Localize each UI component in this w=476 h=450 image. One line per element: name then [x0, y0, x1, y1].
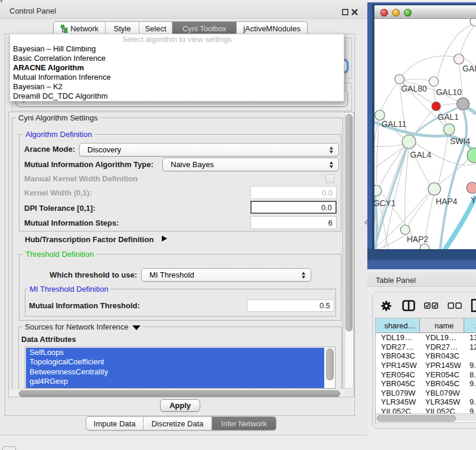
network-node-hap2[interactable] — [400, 225, 410, 234]
mi-steps-value: 6 — [328, 219, 332, 227]
network-node[interactable] — [457, 98, 470, 110]
hide-all-columns-button[interactable] — [448, 302, 462, 309]
popup-item[interactable]: Bayesian – K2 — [10, 82, 344, 92]
which-threshold-value: MI Threshold — [142, 270, 194, 279]
table-column-header[interactable]: name — [420, 318, 464, 332]
gear-icon — [381, 301, 392, 311]
network-node-gal1[interactable] — [432, 102, 441, 111]
float-window-button[interactable] — [341, 8, 349, 16]
tab-jactivemnodules[interactable]: jActiveMNodules — [237, 22, 307, 35]
table-column-header[interactable]: shared… — [376, 318, 420, 332]
sources-group-title[interactable]: Sources for Network Inference — [22, 322, 143, 331]
tab-style[interactable]: Style — [106, 22, 139, 35]
table-row[interactable]: YPR145WYPR145W9. — [376, 361, 476, 370]
table-row[interactable]: YLR345WYLR345W9. — [376, 397, 476, 407]
tab-label: Select — [145, 24, 166, 33]
settings-vertical-scrollbar-track[interactable] — [344, 112, 354, 389]
attributes-list-scrollbar[interactable] — [326, 348, 334, 380]
settings-vertical-scrollbar-thumb[interactable] — [345, 114, 353, 331]
window-zoom-icon[interactable] — [404, 9, 412, 17]
table-cell: 9. — [464, 379, 476, 388]
network-node-y[interactable] — [467, 182, 476, 194]
mi-type-combobox[interactable]: Naive Bayes — [162, 158, 339, 171]
which-threshold-combobox[interactable]: MI Threshold — [141, 268, 311, 282]
network-node-gal2[interactable] — [454, 54, 464, 64]
mi-type-value: Naive Bayes — [163, 160, 214, 169]
network-view-canvas[interactable]: GAL2GAL80GAL10GAL1GAL11SWI4GAL4GCY1HAP4Y… — [374, 19, 476, 249]
hub-section-label[interactable]: Hub/Transcription Factor Definition — [25, 235, 154, 244]
network-edge[interactable] — [376, 120, 379, 185]
tab-network[interactable]: Network — [54, 22, 106, 35]
network-node-hap4[interactable] — [428, 183, 441, 195]
network-node-swi4[interactable] — [444, 124, 455, 135]
network-edge[interactable] — [404, 79, 429, 81]
network-edge[interactable] — [374, 145, 402, 146]
network-edge[interactable] — [400, 56, 457, 77]
network-window-titlebar[interactable] — [374, 5, 476, 19]
table-horizontal-scrollbar-thumb[interactable] — [377, 415, 456, 422]
tab-select[interactable]: Select — [139, 22, 172, 35]
network-edge[interactable] — [408, 194, 431, 226]
table-row[interactable]: YBL079WYBL079W — [376, 389, 476, 398]
aracne-mode-combobox[interactable]: Discovery — [79, 143, 339, 156]
table-cell: YBR043C — [376, 351, 420, 360]
network-node[interactable] — [420, 244, 429, 249]
tab-impute-data[interactable]: Impute Data — [86, 417, 144, 430]
popup-placeholder-item[interactable]: Select algorithm to view settings — [10, 34, 344, 44]
popup-item[interactable]: Dream8 DC_TDC Algorithm — [10, 92, 344, 101]
network-node-gal11[interactable] — [375, 110, 385, 120]
popup-item[interactable]: Bayesian – Hill Climbing — [10, 44, 344, 54]
mi-steps-field[interactable]: 6 — [250, 216, 337, 229]
network-edge[interactable] — [377, 234, 406, 249]
network-node-gal10[interactable] — [429, 77, 439, 86]
tab-infer-network[interactable]: Infer Network — [212, 417, 276, 430]
table-row[interactable]: YDR27…YDR27…12 — [376, 343, 476, 352]
window-minimize-icon[interactable] — [392, 9, 400, 17]
show-all-columns-button[interactable] — [424, 302, 438, 309]
network-node-gal80[interactable] — [395, 74, 405, 84]
table-row[interactable]: YER054CYER054C8. — [376, 370, 476, 379]
table-row[interactable]: YDL19…YDL19…13 — [376, 333, 476, 343]
kernel-width-field[interactable]: 0.0 — [250, 186, 337, 199]
popup-item[interactable]: Basic Correlation Inference — [10, 54, 344, 63]
attribute-list-item[interactable]: SelfLoops — [26, 348, 324, 357]
apply-button-label: Apply — [169, 401, 191, 410]
table-horizontal-scrollbar-track[interactable] — [376, 413, 476, 421]
network-edge[interactable] — [433, 86, 435, 102]
tab-label: Infer Network — [221, 419, 266, 428]
close-panel-button[interactable] — [351, 8, 358, 16]
attribute-list-item[interactable]: BetweennessCentrality — [26, 367, 324, 377]
manual-kernel-checkbox[interactable] — [325, 174, 334, 183]
cropped-dock-button[interactable] — [2, 446, 16, 450]
network-node[interactable] — [467, 148, 476, 163]
tab-discretize-data[interactable]: Discretize Data — [144, 417, 212, 430]
popup-item[interactable]: Mutual Information Inference — [10, 73, 344, 82]
apply-button[interactable]: Apply — [160, 399, 200, 412]
export-table-button[interactable] — [471, 299, 476, 312]
network-edge[interactable] — [405, 149, 409, 225]
dpi-tolerance-field[interactable]: 0.0 — [250, 201, 337, 214]
table-settings-button[interactable] — [381, 301, 392, 311]
data-attributes-list[interactable]: SelfLoopsTopologicalCoefficientBetweenne… — [25, 347, 335, 389]
settings-horizontal-scrollbar-track[interactable] — [9, 389, 344, 396]
mi-threshold-field[interactable]: 0.5 — [247, 299, 334, 312]
network-edge[interactable] — [438, 135, 448, 184]
settings-horizontal-scrollbar-thumb[interactable] — [19, 390, 340, 397]
tab-cyni-toolbox[interactable]: Cyni Toolbox — [172, 22, 237, 35]
table-row[interactable]: YBR045CYBR045C9. — [376, 379, 476, 389]
table-cell: 8. — [464, 370, 476, 379]
popup-item[interactable]: ARACNE Algorithm — [10, 63, 344, 73]
network-edge[interactable] — [441, 104, 457, 106]
table-column-header[interactable]: A — [464, 318, 476, 332]
split-table-view-button[interactable] — [402, 300, 415, 311]
network-node-gcy1[interactable] — [374, 185, 382, 196]
attribute-list-item[interactable]: gal4RGexp — [26, 377, 324, 386]
window-close-icon[interactable] — [380, 9, 388, 17]
table-row[interactable]: YBR043CYBR043C — [376, 351, 476, 361]
network-node-gal4[interactable] — [402, 135, 416, 149]
network-edge[interactable] — [381, 83, 397, 110]
attribute-list-item[interactable]: TopologicalCoefficient — [26, 357, 324, 367]
document-icon — [471, 299, 476, 312]
network-edge[interactable] — [468, 108, 476, 114]
hub-expand-arrow-icon[interactable] — [162, 236, 167, 242]
